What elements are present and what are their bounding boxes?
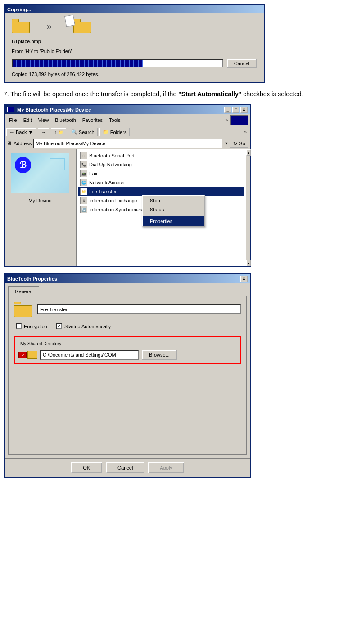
back-arrow-icon: ← — [9, 130, 14, 135]
props-folder-icon — [14, 302, 32, 317]
copied-status: Copied 173,892 bytes of 286,422 bytes. — [12, 72, 257, 77]
menu-view[interactable]: View — [36, 116, 52, 124]
go-label: Go — [239, 141, 245, 146]
browser-window: My Bluetooth Places\My Device _ □ × File… — [4, 104, 251, 267]
back-button[interactable]: ← Back ▼ — [6, 128, 36, 136]
encryption-checkbox[interactable] — [16, 323, 22, 329]
my-device-label: My Device — [28, 198, 51, 203]
menu-bar: File Edit View Bluetooth Favorites Tools… — [5, 114, 250, 126]
browser-title: My Bluetooth Places\My Device — [17, 107, 91, 112]
startup-checkbox[interactable]: ✓ — [56, 323, 62, 329]
browser-titlebar: My Bluetooth Places\My Device _ □ × — [5, 105, 250, 114]
shared-dir-group: My Shared Directory ↗ Browse... — [14, 336, 241, 364]
dialog-footer: OK Cancel Apply — [5, 458, 250, 477]
network-icon: 🌐 — [80, 179, 87, 186]
service-file-transfer[interactable]: 📁 File Transfer — [78, 187, 244, 196]
copying-body: » BTplace.bmp From 'H:\' to 'Public Fold… — [5, 13, 264, 82]
tab-general[interactable]: General — [8, 286, 39, 296]
browser-window-icon — [7, 107, 14, 112]
copying-dialog: Copying... » BTplace.bmp From 'H:\' to '… — [4, 4, 265, 83]
address-input[interactable] — [33, 139, 222, 148]
bt-props-title: BlueTooth Properties — [7, 276, 57, 282]
empty-space — [14, 368, 241, 449]
menu-edit[interactable]: Edit — [21, 116, 35, 124]
copying-title: Copying... — [7, 7, 31, 12]
scroll-up-button[interactable]: ▲ — [246, 149, 251, 156]
context-menu-status[interactable]: Status — [143, 205, 204, 214]
maximize-button[interactable]: □ — [232, 107, 239, 113]
file-transfer-icon: 📁 — [80, 188, 87, 195]
search-button[interactable]: 🔍 Search — [68, 128, 98, 136]
left-pane: ℬ My Device — [5, 149, 77, 266]
menu-favorites[interactable]: Favorites — [80, 116, 105, 124]
progress-bar-container: Cancel — [12, 59, 257, 68]
cancel-button-props[interactable]: Cancel — [106, 462, 144, 473]
service-bluetooth-serial[interactable]: ⊕ Bluetooth Serial Port — [78, 151, 244, 160]
search-icon: 🔍 — [71, 129, 77, 135]
shared-dir-label: My Shared Directory — [18, 341, 63, 346]
menu-bluetooth[interactable]: Bluetooth — [52, 116, 78, 124]
minimize-button[interactable]: _ — [224, 107, 231, 113]
info-sync-icon: 🔄 — [80, 206, 87, 213]
dialup-icon: 📞 — [80, 161, 87, 168]
dir-folder-icon — [27, 351, 37, 359]
context-menu-stop[interactable]: Stop — [143, 196, 204, 205]
titlebar-buttons: _ □ × — [224, 107, 248, 113]
instruction-bold: "Start Automatically" — [178, 90, 241, 98]
ok-button[interactable]: OK — [71, 462, 102, 473]
menu-file[interactable]: File — [6, 116, 20, 124]
shared-dir-row: ↗ Browse... — [18, 350, 236, 360]
progress-bar — [12, 59, 223, 67]
service-network-access[interactable]: 🌐 Network Access — [78, 178, 244, 187]
startup-checkbox-item: ✓ Startup Automatically — [56, 323, 111, 329]
menu-tools[interactable]: Tools — [106, 116, 123, 124]
bt-props-titlebar: BlueTooth Properties × — [5, 274, 250, 283]
folders-label: Folders — [110, 130, 127, 135]
browser-content: ℬ My Device ⊕ Bluetooth Serial Port 📞 Di… — [5, 149, 250, 266]
paper-icon — [64, 14, 75, 27]
address-monitor-icon: 🖥 — [6, 140, 12, 147]
refresh-icon: ↻ — [233, 141, 237, 146]
dir-icons: ↗ — [18, 351, 37, 359]
device-outline-icon — [50, 158, 65, 170]
up-button[interactable]: ↑ 📁 — [51, 128, 66, 136]
dir-arrow-icon: ↗ — [18, 352, 27, 358]
scroll-down-button[interactable]: ▼ — [246, 260, 251, 266]
scroll-thumb[interactable] — [246, 156, 250, 260]
service-dialup[interactable]: 📞 Dial-Up Networking — [78, 160, 244, 169]
copy-arrows-icon: » — [47, 21, 52, 31]
go-button[interactable]: ↻ Go — [230, 140, 248, 148]
checkboxes-row: Encryption ✓ Startup Automatically — [16, 323, 241, 329]
context-menu: Stop Status Properties — [142, 195, 205, 227]
browse-button[interactable]: Browse... — [142, 350, 177, 360]
serial-port-icon: ⊕ — [80, 152, 87, 159]
context-menu-properties[interactable]: Properties — [143, 216, 204, 226]
address-dropdown-icon[interactable]: ▼ — [224, 141, 228, 146]
back-dropdown-icon: ▼ — [28, 130, 33, 135]
cancel-button[interactable]: Cancel — [227, 59, 257, 68]
instruction-before: 7. The file will be opened once the tran… — [4, 90, 178, 98]
encryption-checkbox-item: Encryption — [16, 323, 47, 329]
scrollbar[interactable]: ▲ ▼ — [246, 149, 250, 266]
search-label: Search — [79, 130, 95, 135]
bluetooth-logo: ℬ — [15, 157, 31, 173]
service-name-input[interactable] — [37, 304, 241, 314]
dest-folder-icon — [73, 19, 91, 33]
copy-from-to: From 'H:\' to 'Public Folder\' — [12, 48, 257, 56]
close-button[interactable]: × — [240, 107, 248, 113]
folders-button[interactable]: 📁 Folders — [99, 128, 130, 136]
instruction-text: 7. The file will be opened once the tran… — [4, 89, 339, 99]
address-bar: 🖥 Address ▼ ↻ Go — [5, 138, 250, 149]
info-exchange-icon: ℹ — [80, 197, 87, 204]
apply-button[interactable]: Apply — [148, 462, 184, 473]
startup-label: Startup Automatically — [64, 324, 111, 329]
folders-icon: 📁 — [103, 129, 109, 135]
bt-props-close-button[interactable]: × — [240, 276, 248, 282]
fax-icon: 📠 — [80, 170, 87, 177]
menu-chevron-icon: » — [225, 118, 230, 123]
source-folder-icon — [12, 19, 30, 33]
dir-path-input[interactable] — [40, 350, 139, 360]
service-fax[interactable]: 📠 Fax — [78, 169, 244, 178]
toolbar-bar: ← Back ▼ → ↑ 📁 🔍 Search 📁 Folders » — [5, 126, 250, 138]
forward-button[interactable]: → — [38, 128, 49, 136]
